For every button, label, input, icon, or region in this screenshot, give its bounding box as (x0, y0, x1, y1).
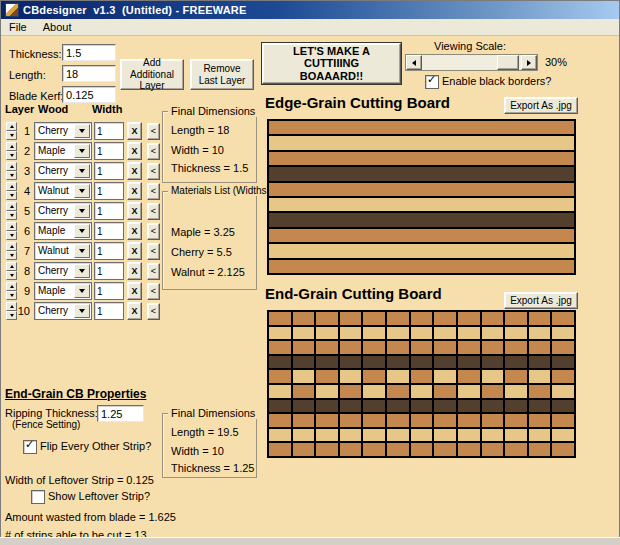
end-grain-cell (552, 356, 574, 369)
end-grain-cell (529, 400, 551, 413)
insert-layer-button[interactable]: < (147, 303, 160, 320)
flip-strips-checkbox[interactable] (23, 440, 37, 454)
insert-layer-button[interactable]: < (147, 223, 160, 240)
wood-select[interactable]: Maple (34, 222, 92, 240)
edge-grain-stripe (269, 136, 574, 149)
insert-layer-button[interactable]: < (147, 163, 160, 180)
delete-layer-button[interactable]: X (127, 122, 142, 140)
menu-file[interactable]: File (1, 20, 35, 34)
show-leftover-checkbox[interactable] (31, 490, 45, 504)
scroll-left-button[interactable] (406, 55, 422, 70)
end-grain-cell (293, 414, 315, 427)
wood-select[interactable]: Cherry (34, 262, 92, 280)
dropdown-arrow-button[interactable] (74, 284, 90, 298)
wood-select[interactable]: Cherry (34, 162, 92, 180)
delete-layer-button[interactable]: X (127, 162, 142, 180)
end-grain-cell (505, 429, 527, 442)
width-input[interactable] (94, 282, 124, 300)
layer-rows: 1 Cherry X < 2 Maple X < 3 Cherry X < 4 … (1, 121, 163, 323)
viewing-scale-scrollbar[interactable] (405, 54, 538, 71)
thickness-input[interactable] (62, 44, 116, 61)
length-input[interactable] (62, 65, 116, 82)
up-arrow-icon (10, 125, 14, 128)
edge-grain-stripe (269, 229, 574, 242)
wood-select[interactable]: Cherry (34, 302, 92, 320)
dropdown-arrow-button[interactable] (74, 304, 90, 318)
dropdown-arrow-button[interactable] (74, 244, 90, 258)
end-grain-cell (363, 400, 385, 413)
width-input[interactable] (94, 122, 124, 140)
insert-layer-button[interactable]: < (147, 243, 160, 260)
dropdown-arrow-button[interactable] (74, 144, 90, 158)
scroll-right-button[interactable] (521, 55, 537, 70)
down-arrow-icon (10, 314, 14, 317)
width-input[interactable] (94, 182, 124, 200)
width-input[interactable] (94, 302, 124, 320)
dropdown-arrow-button[interactable] (74, 124, 90, 138)
delete-layer-button[interactable]: X (127, 242, 142, 260)
delete-layer-button[interactable]: X (127, 182, 142, 200)
end-grain-cell (411, 429, 433, 442)
dropdown-arrow-button[interactable] (74, 264, 90, 278)
insert-layer-button[interactable]: < (147, 183, 160, 200)
dropdown-arrow-button[interactable] (74, 224, 90, 238)
width-input[interactable] (94, 142, 124, 160)
wood-select[interactable]: Walnut (34, 242, 92, 260)
edge-grain-stripe (269, 121, 574, 134)
width-input[interactable] (94, 202, 124, 220)
wood-select[interactable]: Maple (34, 142, 92, 160)
delete-layer-button[interactable]: X (127, 222, 142, 240)
end-grain-cell (482, 400, 504, 413)
end-grain-cell (482, 385, 504, 398)
remove-layer-button[interactable]: Remove Last Layer (190, 59, 254, 90)
width-input[interactable] (94, 242, 124, 260)
end-grain-cell (434, 400, 456, 413)
width-input[interactable] (94, 162, 124, 180)
end-grain-cell (293, 356, 315, 369)
add-layer-button[interactable]: Add Additional Layer (120, 59, 184, 90)
scroll-thumb[interactable] (497, 55, 519, 70)
up-arrow-icon (10, 245, 14, 248)
delete-layer-button[interactable]: X (127, 142, 142, 160)
width-input[interactable] (94, 262, 124, 280)
menu-bar: File About (1, 19, 619, 36)
materials-maple: Maple = 3.25 (171, 226, 235, 238)
up-arrow-icon (10, 205, 14, 208)
end-grain-cell (293, 443, 315, 456)
menu-about[interactable]: About (35, 20, 80, 34)
ripping-thickness-input[interactable] (97, 405, 144, 422)
blade-kerf-input[interactable] (62, 86, 116, 103)
insert-layer-button[interactable]: < (147, 283, 160, 300)
black-borders-checkbox[interactable] (425, 75, 439, 89)
layer-number: 7 (16, 245, 30, 257)
end-grain-cell (529, 414, 551, 427)
edge-grain-board (267, 119, 576, 275)
delete-layer-button[interactable]: X (127, 282, 142, 300)
wood-select[interactable]: Maple (34, 282, 92, 300)
dropdown-arrow-button[interactable] (74, 184, 90, 198)
dropdown-arrow-button[interactable] (74, 204, 90, 218)
make-board-button[interactable]: LET'S MAKE A CUTTIIING BOAAARD!! (262, 43, 401, 84)
export-end-button[interactable]: Export As .jpg (504, 292, 578, 309)
delete-layer-button[interactable]: X (127, 262, 142, 280)
end-grain-cell (458, 443, 480, 456)
insert-layer-button[interactable]: < (147, 263, 160, 280)
width-input[interactable] (94, 222, 124, 240)
down-arrow-icon (10, 174, 14, 177)
end-grain-cell (552, 312, 574, 325)
insert-layer-button[interactable]: < (147, 143, 160, 160)
delete-layer-button[interactable]: X (127, 202, 142, 220)
insert-layer-button[interactable]: < (147, 123, 160, 140)
dropdown-arrow-button[interactable] (74, 164, 90, 178)
wood-select[interactable]: Walnut (34, 182, 92, 200)
wood-select[interactable]: Cherry (34, 202, 92, 220)
end-grain-cell (411, 400, 433, 413)
end-grain-cell (363, 385, 385, 398)
insert-layer-button[interactable]: < (147, 203, 160, 220)
layer-number: 6 (16, 225, 30, 237)
end-grain-cell (505, 341, 527, 354)
down-arrow-icon (10, 154, 14, 157)
wood-select[interactable]: Cherry (34, 122, 92, 140)
delete-layer-button[interactable]: X (127, 302, 142, 320)
export-edge-button[interactable]: Export As .jpg (504, 97, 578, 114)
